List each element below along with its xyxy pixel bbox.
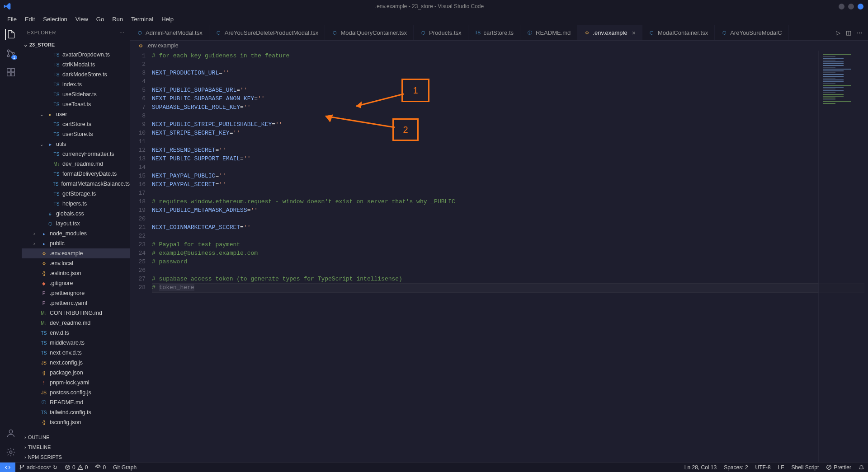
file-tree[interactable]: TSavatarDropdown.tsTSctrlKModal.tsTSdark… <box>22 50 130 432</box>
window-close[interactable] <box>858 4 863 9</box>
tab-close-icon[interactable]: × <box>632 29 636 37</box>
file-item[interactable]: TSformatMetamaskBalance.ts <box>22 179 130 189</box>
code-line: # for each key guideness in the feature <box>152 51 868 60</box>
tree-label: package.json <box>50 369 83 376</box>
ports[interactable]: 0 <box>91 464 109 471</box>
code-line: # supabase access token (to generate typ… <box>152 275 868 283</box>
git-graph[interactable]: Git Graph <box>109 464 140 471</box>
editor-tab[interactable]: ⬡Products.tsx <box>414 25 468 40</box>
folder-item[interactable]: ⌄▸user <box>22 109 130 119</box>
explorer-more-icon[interactable]: ⋯ <box>119 30 125 36</box>
npm-scripts-section[interactable]: ›NPM SCRIPTS <box>22 452 130 462</box>
file-item[interactable]: ⬡layout.tsx <box>22 219 130 229</box>
file-item[interactable]: TSuseToast.ts <box>22 99 130 109</box>
editor-tab[interactable]: TScartStore.ts <box>468 25 520 40</box>
file-item[interactable]: {}tsconfig.json <box>22 417 130 427</box>
editor-tab[interactable]: ⬡AdminPanelModal.tsx <box>130 25 209 40</box>
outline-section[interactable]: ›OUTLINE <box>22 432 130 442</box>
editor-tab[interactable]: ⓘREADME.md <box>520 25 577 40</box>
window-minimize[interactable] <box>839 4 844 9</box>
indentation[interactable]: Spaces: 2 <box>720 464 751 471</box>
editor-tab[interactable]: ⬡AreYouSureModalC <box>715 25 788 40</box>
eol[interactable]: LF <box>774 464 788 471</box>
file-item[interactable]: P.prettierrc.yaml <box>22 298 130 308</box>
menu-go[interactable]: Go <box>93 14 108 24</box>
encoding[interactable]: UTF-8 <box>752 464 774 471</box>
cursor-position[interactable]: Ln 28, Col 13 <box>681 464 720 471</box>
language-mode[interactable]: Shell Script <box>788 464 823 471</box>
sidebar: EXPLORER ⋯ ⌄ 23_STORE TSavatarDropdown.t… <box>22 25 130 462</box>
workspace-root[interactable]: ⌄ 23_STORE <box>22 40 130 50</box>
file-item[interactable]: TSuseSidebar.ts <box>22 89 130 99</box>
file-item[interactable]: ⚙.env.local <box>22 258 130 268</box>
editor-tab[interactable]: ⬡ModalContainer.tsx <box>642 25 715 40</box>
file-item[interactable]: TShelpers.ts <box>22 199 130 209</box>
notifications-icon[interactable] <box>855 464 868 470</box>
menu-selection[interactable]: Selection <box>39 14 71 24</box>
explorer-title: EXPLORER <box>27 30 56 35</box>
folder-item[interactable]: ›▸public <box>22 238 130 248</box>
scm-badge: 1 <box>11 55 17 60</box>
window-maximize[interactable] <box>848 4 854 9</box>
minimap[interactable] <box>818 51 868 462</box>
file-item[interactable]: JSnext.config.js <box>22 358 130 368</box>
file-item[interactable]: TSindex.ts <box>22 79 130 89</box>
editor-body[interactable]: 1234567891011121314151617181920212223242… <box>130 51 868 462</box>
file-item[interactable]: ⓘREADME.md <box>22 397 130 407</box>
timeline-section[interactable]: ›TIMELINE <box>22 442 130 452</box>
file-item[interactable]: TSmiddleware.ts <box>22 338 130 348</box>
file-item[interactable]: TSformatDeliveryDate.ts <box>22 169 130 179</box>
file-item[interactable]: {}.eslintrc.json <box>22 268 130 278</box>
file-item[interactable]: P.prettierignore <box>22 288 130 298</box>
menu-edit[interactable]: Edit <box>21 14 38 24</box>
tree-label: README.md <box>50 399 83 406</box>
problems[interactable]: 0 0 <box>61 464 91 471</box>
folder-item[interactable]: ›▸node_modules <box>22 229 130 238</box>
svg-line-9 <box>356 94 404 106</box>
menu-run[interactable]: Run <box>108 14 127 24</box>
file-item[interactable]: TScartStore.ts <box>22 119 130 129</box>
file-item[interactable]: M↓dev_readme.md <box>22 318 130 328</box>
menu-terminal[interactable]: Terminal <box>127 14 157 24</box>
tree-label: utils <box>56 141 66 147</box>
file-item[interactable]: TSctrlKModal.ts <box>22 60 130 70</box>
code-line: NEXT_STRIPE_SECRET_KEY='' <box>152 129 868 137</box>
file-item[interactable]: TSavatarDropdown.ts <box>22 50 130 60</box>
editor-tab[interactable]: ⬡AreYouSureDeleteProductModal.tsx <box>209 25 326 40</box>
split-editor-icon[interactable]: ◫ <box>846 29 851 36</box>
file-item[interactable]: #globals.css <box>22 209 130 219</box>
file-item[interactable]: TSnext-env.d.ts <box>22 348 130 358</box>
account-icon[interactable] <box>5 428 16 439</box>
file-item[interactable]: TScurrencyFormatter.ts <box>22 149 130 159</box>
editor-tab[interactable]: ⬡ModalQueryContainer.tsx <box>325 25 414 40</box>
settings-gear-icon[interactable] <box>5 447 16 458</box>
breadcrumb-label: .env.example <box>146 42 178 49</box>
menu-file[interactable]: File <box>4 14 20 24</box>
file-item[interactable]: !pnpm-lock.yaml <box>22 378 130 388</box>
file-item[interactable]: M↓CONTRIBUTING.md <box>22 308 130 318</box>
prettier-status[interactable]: Prettier <box>822 464 855 471</box>
code-content[interactable]: # for each key guideness in the feature … <box>152 51 868 462</box>
remote-indicator[interactable] <box>0 463 15 472</box>
file-item[interactable]: ⚙.env.example <box>22 248 130 258</box>
editor-tab[interactable]: ⚙.env.example× <box>577 25 642 40</box>
run-icon[interactable]: ▷ <box>836 29 840 36</box>
breadcrumb[interactable]: ⚙ .env.example <box>130 41 868 51</box>
scm-icon[interactable]: 1 <box>5 48 16 59</box>
file-item[interactable]: TSuserStore.ts <box>22 129 130 139</box>
folder-item[interactable]: ⌄▸utils <box>22 139 130 149</box>
file-item[interactable]: M↓dev_readme.md <box>22 159 130 169</box>
git-branch[interactable]: add-docs* ↻ <box>15 464 61 471</box>
file-item[interactable]: TSdarkModeStore.ts <box>22 70 130 79</box>
menu-help[interactable]: Help <box>158 14 177 24</box>
menu-view[interactable]: View <box>72 14 92 24</box>
file-item[interactable]: TStailwind.config.ts <box>22 407 130 417</box>
file-item[interactable]: TSenv.d.ts <box>22 328 130 338</box>
file-item[interactable]: TSgetStorage.ts <box>22 189 130 199</box>
tab-more-icon[interactable]: ⋯ <box>857 29 863 36</box>
extensions-icon[interactable] <box>5 67 16 78</box>
file-item[interactable]: {}package.json <box>22 368 130 378</box>
file-item[interactable]: JSpostcss.config.js <box>22 388 130 397</box>
explorer-icon[interactable] <box>5 29 16 40</box>
file-item[interactable]: ◆.gitignore <box>22 278 130 288</box>
